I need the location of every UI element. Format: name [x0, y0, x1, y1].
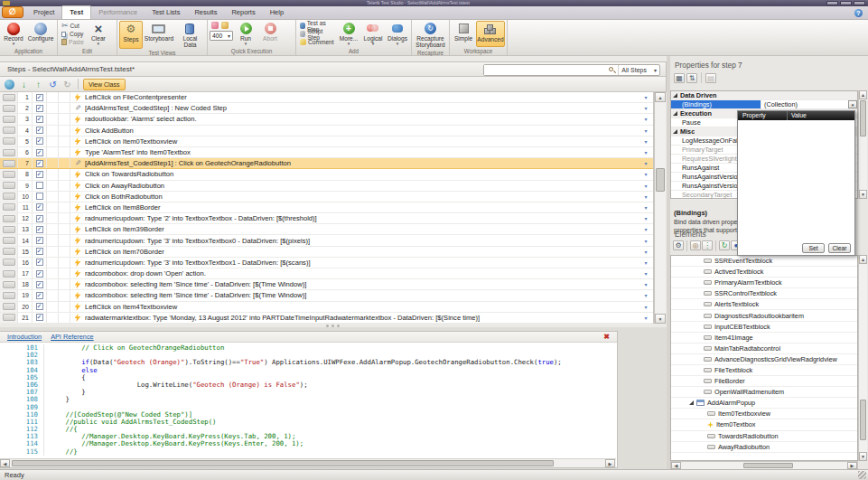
scroll-left-arrow[interactable]: ◀ [671, 462, 681, 469]
logical-button[interactable]: Logical▾ [361, 21, 385, 47]
tree-item[interactable]: AlertsTextblock [671, 299, 857, 310]
step-dropdown-icon[interactable]: ▾ [639, 302, 653, 312]
tree-item[interactable]: AddAlarmPopup [671, 398, 857, 409]
tree-item[interactable]: PrimaryAlarmTextblock [671, 278, 857, 288]
tree-item[interactable]: SSREventTextblock [671, 256, 857, 267]
step-checkbox[interactable]: ✓ [36, 127, 43, 134]
tree-item[interactable]: FileTextblock [671, 365, 857, 376]
step-dropdown-icon[interactable]: ▾ [639, 192, 653, 202]
scroll-down-arrow[interactable]: ▼ [655, 314, 666, 324]
tab-api-reference[interactable]: API Reference [51, 333, 93, 341]
advanced-button[interactable]: Advanced [476, 21, 505, 47]
highlight-element-button[interactable] [4, 79, 15, 90]
property-pages-icon[interactable]: ▤ [705, 73, 716, 83]
tree-item[interactable]: AdvanceDiagnosticsGridViewRadgridview [671, 354, 857, 365]
property-category[interactable]: Data Driven [671, 91, 857, 100]
more-button[interactable]: +More...▾ [337, 21, 360, 47]
step-dropdown-icon[interactable]: ▾ [639, 247, 653, 257]
maximize-button[interactable] [840, 1, 852, 5]
elements-vertical-scrollbar[interactable]: ▲ ▼ [858, 255, 867, 461]
step-checkbox[interactable]: ✓ [36, 237, 43, 244]
row-selector[interactable] [0, 147, 18, 157]
row-selector[interactable] [0, 181, 18, 191]
clear-button[interactable]: Clear [828, 243, 851, 253]
step-checkbox[interactable]: ✓ [36, 116, 43, 123]
row-selector[interactable] [0, 126, 18, 136]
tree-item[interactable]: AwayRadiobutton [671, 442, 857, 453]
step-row[interactable]: 16✓radnumericupdown: Type '3' into Textb… [0, 258, 653, 268]
splitter-handle[interactable] [322, 325, 343, 329]
step-row[interactable]: 12✓radnumericupdown: Type '2' into Textb… [0, 213, 653, 224]
tree-item[interactable]: MainTabRadtabcontrol [671, 344, 857, 354]
set-button[interactable]: Set [802, 243, 825, 253]
step-row[interactable]: 15✓LeftClick on Item70Border▾ [0, 247, 653, 258]
step-checkbox[interactable]: ✓ [36, 160, 43, 167]
hierarchy-icon[interactable]: ⋮ [702, 240, 713, 250]
step-checkbox[interactable]: ✓ [36, 292, 43, 299]
tree-item[interactable]: OpenWallRadmenuitem [671, 387, 857, 398]
row-selector[interactable] [0, 192, 18, 202]
step-row[interactable]: 3✓radoutlookbar: 'Alarms' select action.… [0, 114, 653, 125]
categorized-view-icon[interactable]: ▦ [674, 73, 685, 83]
tab-introduction[interactable]: Introduction [7, 333, 42, 341]
step-checkbox[interactable]: ✓ [36, 270, 43, 278]
step-dropdown-icon[interactable]: ▾ [639, 136, 653, 146]
code-horizontal-scrollbar[interactable]: ◀ ▶ [0, 458, 616, 467]
ribbon-tab-performance[interactable]: Performance [91, 6, 145, 19]
scroll-up-arrow[interactable]: ▲ [859, 255, 867, 264]
app-menu-button[interactable]: ∅ [2, 6, 23, 18]
scroll-up-arrow[interactable]: ▲ [655, 92, 666, 102]
steps-vertical-scrollbar[interactable]: ▲ ▼ [654, 92, 666, 324]
row-selector[interactable] [0, 103, 18, 113]
configure-button[interactable]: Configure [26, 21, 55, 47]
scroll-thumb[interactable] [860, 100, 866, 136]
step-dropdown-icon[interactable]: ▾ [639, 202, 653, 212]
step-row[interactable]: 18✓radcombobox: selecting item 'Since ti… [0, 279, 653, 290]
paste-button[interactable]: Paste [60, 38, 86, 46]
ribbon-tab-help[interactable]: Help [263, 6, 291, 19]
step-row[interactable]: 17✓radcombobox: drop down 'Open' action.… [0, 268, 653, 279]
step-row[interactable]: 6✓Type 'AlarmTest' into Item0Textbox▾ [0, 147, 653, 158]
step-checkbox[interactable]: ✓ [36, 105, 43, 112]
tree-item[interactable]: ActivedTextblock [671, 267, 857, 278]
comment-button[interactable]: Comment [298, 38, 336, 46]
step-dropdown-icon[interactable]: ▾ [639, 258, 653, 268]
row-selector[interactable] [0, 158, 18, 168]
step-dropdown-icon[interactable]: ▾ [639, 103, 653, 113]
step-row[interactable]: 13✓LeftClick on Item39Border▾ [0, 224, 653, 235]
speed-icon[interactable] [211, 22, 219, 29]
row-selector[interactable] [0, 290, 18, 300]
tree-item[interactable]: Item0Textbox [671, 419, 857, 430]
steps-button[interactable]: ⚙Steps [119, 21, 143, 49]
run-button[interactable]: Run▾ [234, 21, 257, 47]
expanded-triangle-icon[interactable] [689, 400, 694, 405]
copy-button[interactable]: Copy [60, 30, 86, 38]
row-selector[interactable] [0, 258, 18, 268]
properties-vertical-scrollbar[interactable]: ▲ ▼ [858, 90, 867, 199]
step-row[interactable]: 2✓✎[AddAlrmsTest_CodedStep] : New Coded … [0, 103, 653, 114]
step-dropdown-icon[interactable]: ▾ [639, 224, 653, 234]
step-dropdown-icon[interactable]: ▾ [639, 235, 653, 245]
step-checkbox[interactable]: ✓ [36, 259, 43, 266]
help-icon[interactable]: ? [854, 9, 863, 17]
step-row[interactable]: 7✓✎[AddAlrmsTest_CodedStep1] : Click on … [0, 158, 653, 169]
search-input[interactable] [484, 65, 609, 75]
script-step-button[interactable]: Script Step [298, 30, 336, 38]
move-step-down-button[interactable]: ↓ [18, 79, 30, 90]
step-checkbox[interactable]: ✓ [36, 203, 43, 211]
step-checkbox[interactable]: ✓ [36, 171, 43, 178]
step-dropdown-icon[interactable]: ▾ [639, 313, 653, 323]
speed-select[interactable]: 400▾ [210, 31, 233, 41]
row-selector[interactable] [0, 202, 18, 212]
close-button[interactable] [854, 1, 865, 5]
row-selector[interactable] [0, 247, 18, 257]
undo-button[interactable]: ↺ [47, 79, 59, 90]
ribbon-tab-test[interactable]: Test [61, 5, 91, 19]
local-data-button[interactable]: Local Data [175, 21, 205, 49]
step-checkbox[interactable] [36, 182, 43, 189]
property-row[interactable]: (Bindings)(Collection)▾ [671, 100, 857, 109]
step-dropdown-icon[interactable]: ▾ [639, 279, 653, 289]
step-dropdown-icon[interactable]: ▾ [639, 147, 653, 157]
storyboard-button[interactable]: Storyboard [144, 21, 174, 49]
dialogs-button[interactable]: Dialogs▾ [386, 21, 409, 47]
